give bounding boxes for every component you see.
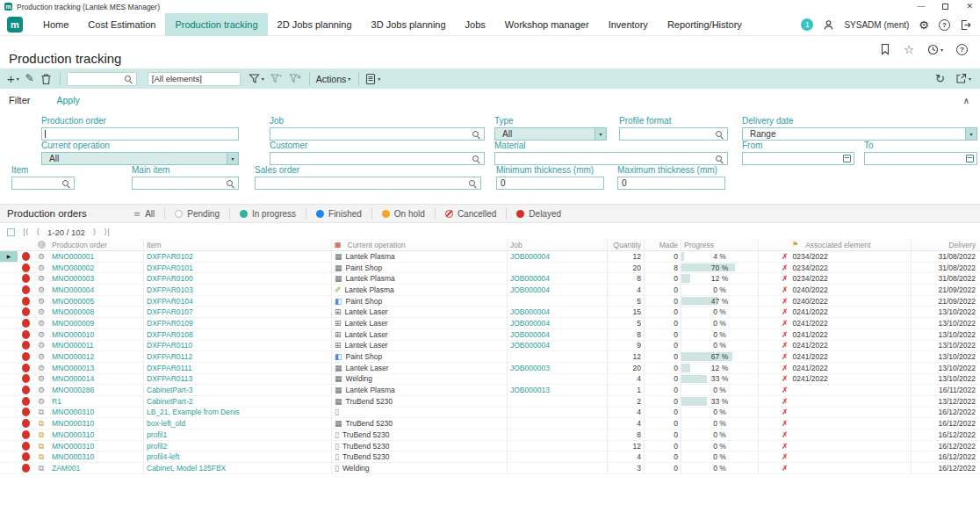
table-row[interactable]: ⧉MNO000310profil2▯TruBend 52301200 %✗16/…: [0, 441, 980, 452]
table-row[interactable]: ⧉MNO000310box-left_old▦TruBend 5230400 %…: [0, 418, 980, 430]
column-header-operation[interactable]: ▦Current operation: [332, 239, 508, 250]
associated-cell[interactable]: ✗0241/2022: [759, 363, 912, 373]
order-link[interactable]: MNO000011: [49, 341, 144, 351]
associated-cell[interactable]: ✗0241/2022: [759, 318, 912, 328]
remove-association-icon[interactable]: ✗: [782, 419, 789, 428]
to-date-input[interactable]: [864, 152, 977, 165]
associated-cell[interactable]: ✗: [759, 430, 912, 440]
remove-association-icon[interactable]: ✗: [782, 352, 789, 361]
elements-filter-combo[interactable]: [All elements]: [148, 72, 241, 86]
item-link[interactable]: DXFPAR0112: [144, 351, 332, 362]
row-selector-cell[interactable]: [0, 385, 18, 395]
associated-cell[interactable]: ✗0241/2022: [759, 374, 912, 385]
job-link[interactable]: [508, 418, 608, 429]
item-input[interactable]: [11, 177, 75, 190]
row-selector-cell[interactable]: [0, 363, 18, 373]
item-link[interactable]: DXFPAR0102: [144, 251, 332, 262]
row-selector-cell[interactable]: [0, 273, 18, 284]
associated-cell[interactable]: ✗0241/2022: [759, 307, 912, 317]
lookup-icon[interactable]: [716, 155, 724, 163]
row-selector-cell[interactable]: [0, 285, 18, 295]
row-selector-cell[interactable]: [0, 263, 18, 273]
table-row[interactable]: ⚙MNO000012DXFPAR0112◧Paint Shop12067 %✗0…: [0, 351, 980, 363]
remove-association-icon[interactable]: ✗: [782, 452, 789, 461]
job-input[interactable]: [270, 127, 485, 141]
max-thickness-input[interactable]: 0: [617, 177, 725, 190]
order-link[interactable]: MNO000310: [49, 418, 144, 429]
item-link[interactable]: DXFPAR0107: [144, 307, 332, 317]
history-clock-icon[interactable]: ▾: [927, 44, 943, 55]
add-button[interactable]: +▾: [7, 72, 19, 85]
edit-button[interactable]: ✎: [25, 73, 34, 84]
row-selector-cell[interactable]: [0, 463, 18, 473]
filter-button[interactable]: ▾: [249, 73, 264, 84]
item-link[interactable]: DXFPAR0111: [144, 363, 332, 373]
item-link[interactable]: profil1: [144, 430, 332, 440]
job-link[interactable]: JOB000013: [508, 385, 608, 395]
menu-item-home[interactable]: Home: [33, 13, 78, 36]
column-header-job[interactable]: Job: [508, 239, 608, 250]
job-link[interactable]: JOB000004: [508, 307, 608, 317]
job-link[interactable]: JOB000004: [508, 329, 608, 340]
table-row[interactable]: ⚙MNO000011DXFPAR0110⊞Lantek LaserJOB0000…: [0, 341, 980, 352]
item-link[interactable]: DXFPAR0109: [144, 318, 332, 328]
associated-cell[interactable]: ✗: [759, 418, 912, 429]
legend-pending[interactable]: Pending: [164, 208, 229, 220]
associated-cell[interactable]: ✗0240/2022: [759, 285, 912, 295]
menu-item-2d-jobs-planning[interactable]: 2D Jobs planning: [268, 13, 362, 36]
remove-association-icon[interactable]: ✗: [782, 341, 789, 350]
remove-association-icon[interactable]: ✗: [782, 397, 789, 406]
lookup-icon[interactable]: [227, 180, 234, 188]
order-link[interactable]: R1: [49, 396, 144, 407]
table-row[interactable]: ⚙MNO000008DXFPAR0107⊞Lantek LaserJOB0000…: [0, 307, 980, 318]
item-link[interactable]: DXFPAR0110: [144, 341, 332, 351]
row-selector-cell[interactable]: [0, 430, 18, 440]
item-link[interactable]: DXFPAR0101: [144, 263, 332, 273]
job-link[interactable]: JOB000003: [508, 363, 608, 373]
associated-cell[interactable]: ✗0241/2022: [759, 329, 912, 340]
column-header-order[interactable]: Production order: [49, 239, 144, 250]
remove-association-icon[interactable]: ✗: [782, 307, 789, 316]
minimize-button[interactable]: —: [917, 3, 925, 11]
favorite-star-icon[interactable]: ☆: [904, 44, 914, 55]
table-row[interactable]: ⚙MNO000286CabinetPart-3▦Lantek PlasmaJOB…: [0, 385, 980, 396]
remove-association-icon[interactable]: ✗: [782, 464, 789, 473]
associated-cell[interactable]: ✗: [759, 408, 912, 418]
table-row[interactable]: ⧉ZAM001Cabinet, Model 125FBX▯Welding300 …: [0, 463, 980, 474]
lookup-icon[interactable]: [472, 131, 480, 139]
page-help-icon[interactable]: ?: [956, 44, 968, 55]
logout-icon[interactable]: [960, 19, 971, 31]
menu-item-production-tracking[interactable]: Production tracking: [165, 13, 267, 36]
item-link[interactable]: profil4-left: [144, 451, 332, 462]
job-link[interactable]: [508, 408, 608, 418]
legend-on_hold[interactable]: On hold: [371, 208, 435, 220]
lookup-icon[interactable]: [716, 131, 724, 139]
job-link[interactable]: JOB000004: [508, 273, 608, 284]
min-thickness-input[interactable]: 0: [496, 177, 604, 190]
item-link[interactable]: CabinetPart-3: [144, 385, 332, 395]
job-link[interactable]: [508, 396, 608, 407]
filter-clear-button[interactable]: [289, 73, 301, 84]
first-page-button[interactable]: |⟨: [23, 227, 29, 236]
from-date-input[interactable]: [742, 152, 854, 165]
order-link[interactable]: MNO000010: [49, 329, 144, 340]
order-link[interactable]: MNO000002: [49, 263, 144, 273]
user-icon[interactable]: [823, 19, 834, 31]
remove-association-icon[interactable]: ✗: [782, 386, 789, 394]
row-selector-cell[interactable]: [0, 296, 18, 307]
job-link[interactable]: [508, 451, 608, 462]
column-header-item[interactable]: Item: [144, 239, 332, 250]
associated-cell[interactable]: ✗: [759, 463, 912, 473]
column-header-delivery[interactable]: Delivery: [912, 239, 980, 250]
table-row[interactable]: ⚙MNO000002DXFPAR0101▦Paint Shop20870 %✗0…: [0, 263, 980, 274]
last-page-button[interactable]: ⟩|: [104, 227, 110, 236]
remove-association-icon[interactable]: ✗: [782, 430, 789, 439]
legend-all[interactable]: ≡All: [124, 208, 165, 220]
table-row[interactable]: ⚙MNO000004DXFPAR0103✐Lantek PlasmaJOB000…: [0, 285, 980, 296]
remove-association-icon[interactable]: ✗: [782, 285, 789, 294]
current-operation-select[interactable]: All▾: [41, 152, 239, 165]
table-row[interactable]: ⚙MNO000009DXFPAR0109⊞Lantek LaserJOB0000…: [0, 318, 980, 329]
remove-association-icon[interactable]: ✗: [782, 374, 789, 383]
order-link[interactable]: MNO000012: [49, 351, 144, 362]
row-selector-cell[interactable]: [0, 451, 18, 462]
